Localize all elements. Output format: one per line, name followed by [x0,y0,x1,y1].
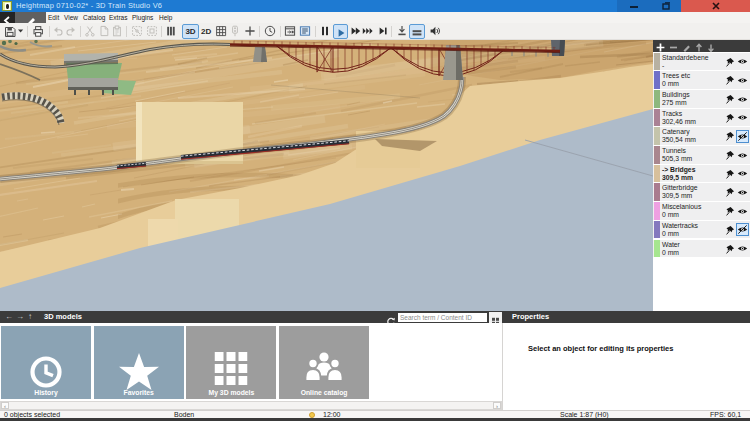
signal-button[interactable] [229,25,242,38]
textwin-icon [299,25,311,37]
contact-wire-toggle[interactable] [409,24,425,39]
layer-row-tracks[interactable]: Tracks302,46 mm [653,109,750,127]
menu-catalog[interactable]: Catalog [81,12,107,23]
layer-color-stripe [654,109,660,127]
menu-extras[interactable]: Extras [107,12,129,23]
undo-button[interactable] [52,25,65,38]
layer-row-watertracks[interactable]: Watertracks0 mm [653,221,750,239]
layer-visibility-icon[interactable] [737,56,748,67]
layer-row-catenary[interactable]: Catenary350,54 mm [653,127,750,145]
catalog-forward-arrow-icon[interactable]: → [16,311,24,323]
view-3d-toggle[interactable]: 3D [182,24,199,39]
pin-layer-icon[interactable] [725,94,735,104]
new-page-button[interactable] [98,25,111,38]
clock-button[interactable] [264,25,277,38]
add-button[interactable] [244,25,257,38]
layer-row-bridges[interactable]: -> Bridges309,5 mm [653,165,750,183]
layer-visibility-icon[interactable] [736,130,749,143]
view-2d-toggle[interactable]: 2D [201,25,214,38]
pin-layer-icon[interactable] [725,225,735,235]
save-dropdown[interactable] [17,25,30,38]
pin-layer-icon[interactable] [725,244,735,254]
menu-edit[interactable]: Edit [46,12,61,23]
back-button[interactable] [0,12,15,23]
layer-visibility-icon[interactable] [737,187,748,198]
layer-row-tunnels[interactable]: Tunnels505,3 mm [653,146,750,164]
fastest-forward-button[interactable] [362,25,375,38]
scroll-left-icon[interactable]: ‹ [1,402,9,409]
pin-layer-icon[interactable] [725,113,735,123]
pin-layer-icon[interactable] [725,75,735,85]
redo-icon [65,25,77,37]
layer-row-trees-etc[interactable]: Trees etc0 mm [653,71,750,89]
search-input[interactable] [398,313,487,323]
minimize-button[interactable] [617,0,650,12]
layer-visibility-icon[interactable] [736,223,749,236]
volume-button[interactable] [429,25,442,38]
menu-plugins[interactable]: Plugins [130,12,155,23]
catalog-tile-my-3d-models[interactable]: My 3D models [186,326,276,399]
layer-visibility-icon[interactable] [737,75,748,86]
select-area-button[interactable] [146,25,159,38]
text-window-button[interactable] [299,25,312,38]
view-mode-grid-button[interactable] [489,312,502,323]
catalog-tile-history[interactable]: History [1,326,91,399]
skipend-icon [377,25,389,37]
layer-row-standardebene[interactable]: Standardebene- [653,53,750,71]
clock-icon [26,352,66,392]
play-button[interactable] [333,24,348,39]
layer-visibility-icon[interactable] [737,94,748,105]
save-button[interactable] [4,25,17,38]
close-button[interactable] [681,0,750,12]
save-icon [4,25,16,37]
layer-visibility-icon[interactable] [737,168,748,179]
redo-button[interactable] [65,25,78,38]
print-button[interactable] [32,25,45,38]
draw-mode-button[interactable] [15,12,46,23]
skip-end-button[interactable] [377,25,390,38]
pause-button[interactable] [319,25,332,38]
catalog-tile-online-catalog[interactable]: Online catalog [279,326,369,399]
refresh-icon[interactable] [386,313,396,323]
menu-help[interactable]: Help [157,12,174,23]
grid-toggle[interactable] [215,25,228,38]
layer-row-gitterbridge[interactable]: Gitterbridge309,5 mm [653,183,750,201]
layer-height: 309,5 mm [662,174,693,181]
layer-visibility-icon[interactable] [737,150,748,161]
layer-visibility-icon[interactable] [737,206,748,217]
cut-button[interactable] [84,25,97,38]
catalog-tile-favorites[interactable]: Favorites [94,326,184,399]
menu-view[interactable]: View [62,12,80,23]
layer-row-miscelanious[interactable]: Miscelanious0 mm [653,202,750,220]
layer-row-water[interactable]: Water0 mm [653,240,750,258]
plus-icon [244,25,256,37]
layer-list-button[interactable] [165,25,178,38]
pin-layer-icon[interactable] [725,131,735,141]
drop-to-ground-button[interactable] [396,25,409,38]
layer-visibility-icon[interactable] [737,112,748,123]
catalog-scrollbar[interactable]: ‹ › [0,401,502,410]
zoom-selection-button[interactable] [131,25,144,38]
catalog-back-arrow-icon[interactable]: ← [5,311,13,323]
3d-viewport[interactable] [0,40,653,311]
pin-layer-icon[interactable] [725,187,735,197]
catalog-up-arrow-icon[interactable]: ↑ [28,311,32,323]
event-list-button[interactable] [284,25,297,38]
layer-color-stripe [654,127,660,145]
close-icon [711,0,721,12]
layer-color-stripe [654,183,660,201]
scroll-right-icon[interactable]: › [493,402,501,409]
layer-visibility-icon[interactable] [737,243,748,254]
layer-toolbar-icons[interactable] [653,42,750,54]
paste-button[interactable] [111,25,124,38]
pin-layer-icon[interactable] [725,57,735,67]
pin-layer-icon[interactable] [725,169,735,179]
properties-panel: Select an object for editing its propert… [502,323,750,410]
pin-layer-icon[interactable] [725,206,735,216]
toolbar-separator [280,26,281,37]
layer-color-stripe [654,71,660,89]
pin-layer-icon[interactable] [725,150,735,160]
layer-name: Standardebene [662,54,709,61]
layer-row-buildings[interactable]: Buildings275 mm [653,90,750,108]
maximize-button[interactable] [650,0,681,12]
